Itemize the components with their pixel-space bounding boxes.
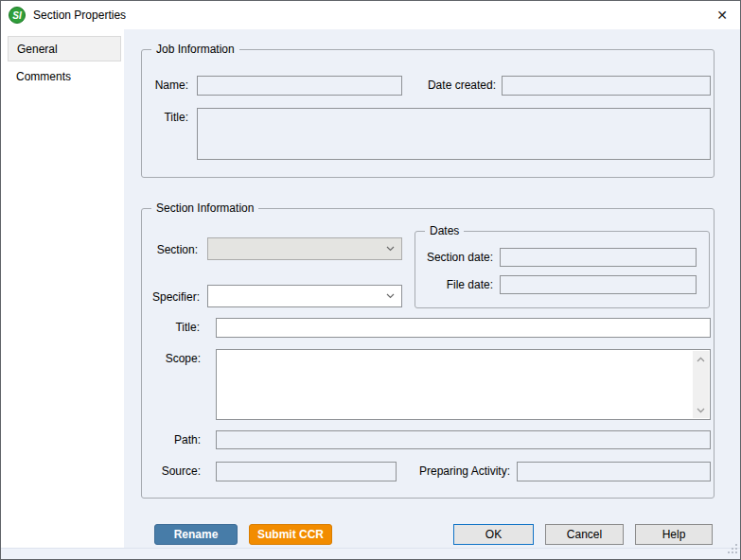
- sidebar-item-general[interactable]: General: [8, 36, 121, 61]
- section-title-field[interactable]: [216, 318, 711, 338]
- section-label: Section:: [103, 243, 198, 256]
- ok-button[interactable]: OK: [453, 524, 534, 545]
- close-icon: ✕: [716, 8, 728, 23]
- help-button[interactable]: Help: [635, 524, 713, 545]
- name-field[interactable]: [197, 76, 402, 96]
- app-logo-icon: SI: [9, 7, 26, 24]
- scope-label: Scope:: [106, 352, 201, 365]
- specifier-label: Specifier:: [105, 290, 200, 304]
- window-title: Section Properties: [33, 9, 126, 22]
- section-title-label: Title:: [105, 321, 200, 334]
- name-label: Name:: [96, 79, 188, 92]
- source-label: Source:: [106, 464, 201, 478]
- specifier-dropdown[interactable]: [207, 285, 402, 307]
- file-date-label: File date:: [398, 278, 493, 291]
- dates-legend: Dates: [425, 224, 464, 237]
- section-dropdown[interactable]: [207, 237, 402, 260]
- scope-textarea[interactable]: [216, 349, 711, 420]
- scroll-down-icon[interactable]: [693, 402, 709, 418]
- section-information-legend: Section Information: [151, 201, 258, 215]
- section-date-field[interactable]: [500, 248, 697, 267]
- preparing-activity-field[interactable]: [517, 462, 711, 481]
- file-date-field[interactable]: [500, 275, 697, 294]
- path-field[interactable]: [216, 430, 711, 449]
- cancel-button[interactable]: Cancel: [545, 524, 624, 545]
- scroll-up-icon[interactable]: [693, 351, 709, 367]
- titlebar: SI Section Properties ✕: [1, 1, 740, 29]
- job-title-label: Title:: [96, 111, 188, 124]
- date-created-field[interactable]: [502, 76, 711, 96]
- section-date-label: Section date:: [398, 251, 493, 264]
- scope-scrollbar[interactable]: [693, 351, 709, 418]
- submit-ccr-button[interactable]: Submit CCR: [249, 524, 332, 545]
- chevron-down-icon: [386, 246, 395, 252]
- resize-grip-icon[interactable]: [726, 542, 738, 557]
- close-button[interactable]: ✕: [710, 5, 734, 26]
- rename-button[interactable]: Rename: [154, 524, 238, 545]
- bottom-strip: [1, 548, 740, 559]
- path-label: Path:: [106, 433, 201, 446]
- app-logo-text: SI: [12, 10, 21, 21]
- date-created-label: Date created:: [401, 79, 496, 92]
- source-field[interactable]: [216, 462, 397, 481]
- job-title-field[interactable]: [197, 108, 711, 160]
- section-properties-dialog: SI Section Properties ✕ General Comments…: [0, 0, 741, 560]
- preparing-activity-label: Preparing Activity:: [387, 464, 510, 478]
- dates-group: Dates: [415, 231, 710, 308]
- job-information-legend: Job Information: [151, 43, 239, 56]
- chevron-down-icon: [386, 293, 395, 299]
